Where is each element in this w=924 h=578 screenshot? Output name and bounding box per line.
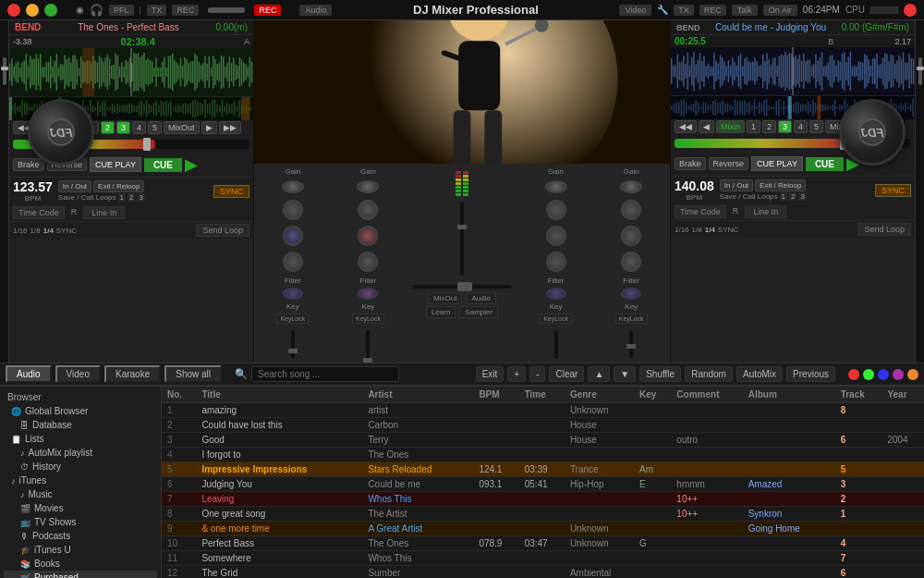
up-btn[interactable]: ▲ <box>588 366 610 382</box>
sidebar-item-6[interactable]: ♪Music <box>4 487 157 501</box>
table-row[interactable]: 9 & one more time A Great Artist Unknown… <box>162 522 924 536</box>
master-fader[interactable] <box>460 202 464 276</box>
frac-1-8-a[interactable]: 1/8 <box>30 227 41 235</box>
tab-show-all[interactable]: Show all <box>164 365 222 383</box>
add-btn[interactable]: + <box>507 366 526 382</box>
table-row[interactable]: 6 Judging You Could be me 093.1 05:41 Hi… <box>162 477 924 492</box>
sampler-btn[interactable]: Sampler <box>459 306 498 318</box>
num5-b[interactable]: 5 <box>809 120 823 133</box>
reverse-btn-b[interactable]: Reverse <box>709 157 749 170</box>
sync-btn-a[interactable]: SYNC <box>213 185 249 198</box>
loop2-b[interactable]: 2 <box>789 192 796 201</box>
hi-knob-b[interactable] <box>358 200 378 220</box>
automix-btn[interactable]: AutoMix <box>736 366 783 382</box>
frac-1-4-b[interactable]: 1/4 <box>705 226 715 234</box>
line-in-b[interactable]: Line In <box>745 205 786 218</box>
hi-knob-a[interactable] <box>283 200 303 220</box>
frac-1-4-a[interactable]: 1/4 <box>43 227 54 235</box>
table-row[interactable]: 10 Perfect Bass The Ones 078.9 03:47 Unk… <box>162 536 924 551</box>
maximize-btn[interactable] <box>44 4 57 17</box>
minimize-btn[interactable] <box>26 4 39 17</box>
sidebar-item-4[interactable]: ⏱History <box>4 460 157 473</box>
loop1-a[interactable]: 1 <box>118 193 126 202</box>
frac-sync-b[interactable]: SYNC <box>718 226 738 234</box>
keylock-b[interactable]: KeyLock <box>352 314 384 324</box>
cue-btn-b[interactable]: CUE <box>806 157 844 171</box>
vol-fader-d[interactable] <box>629 330 633 359</box>
learn-btn[interactable]: Learn <box>426 306 456 318</box>
num3-a[interactable]: 3 <box>116 121 130 134</box>
sidebar-item-0[interactable]: 🌐Global Browser <box>4 404 157 418</box>
sidebar-item-10[interactable]: 🎓iTunes U <box>4 543 157 557</box>
table-row[interactable]: 12 The Grid Sumber Ambiental 6 <box>162 566 924 579</box>
sidebar-item-1[interactable]: 🗄Database <box>4 418 157 432</box>
brake-btn-b[interactable]: Brake <box>675 157 706 170</box>
search-input[interactable] <box>251 366 399 382</box>
mid-knob-b[interactable] <box>358 226 378 246</box>
loop2-a[interactable]: 2 <box>128 193 135 202</box>
loop3-b[interactable]: 3 <box>798 192 806 201</box>
num5-a[interactable]: 5 <box>148 121 162 134</box>
lo-knob-a[interactable] <box>283 252 303 272</box>
table-row[interactable]: 5 Impressive Impressions Stars Reloaded … <box>162 462 924 477</box>
remove-btn[interactable]: - <box>529 366 545 382</box>
tab-video[interactable]: Video <box>55 365 101 383</box>
sidebar-item-12[interactable]: 🛒Purchased <box>4 571 157 578</box>
big-knob-b[interactable]: FDJ <box>839 99 906 166</box>
exit-reloop-a[interactable]: Exit / Reloop <box>93 180 144 192</box>
gain-knob-d[interactable] <box>620 180 642 193</box>
loop3-a[interactable]: 3 <box>137 193 144 202</box>
exit-btn[interactable]: Exit <box>476 366 505 382</box>
num2-b[interactable]: 2 <box>762 120 776 133</box>
back-btn-b[interactable]: ◀ <box>699 120 714 133</box>
frac-1-8-b[interactable]: 1/8 <box>692 226 702 234</box>
lo-knob-c[interactable] <box>546 252 566 272</box>
lo-knob-b[interactable] <box>358 252 378 272</box>
keylock-c[interactable]: KeyLock <box>540 314 572 324</box>
num1-b[interactable]: 1 <box>747 120 760 133</box>
line-in-a[interactable]: Line In <box>83 206 125 219</box>
gain-knob-b[interactable] <box>357 180 379 193</box>
sidebar-item-9[interactable]: 🎙Podcasts <box>4 529 157 543</box>
fwd-btn-a[interactable]: ▶ <box>201 121 217 134</box>
time-code-a[interactable]: Time Code <box>13 206 65 219</box>
sidebar-item-3[interactable]: ♪AutoMix playlist <box>4 446 157 460</box>
random-btn[interactable]: Random <box>685 366 733 382</box>
frac-sync-a[interactable]: SYNC <box>56 227 77 235</box>
sync-btn-b[interactable]: SYNC <box>875 184 911 197</box>
mixout-btn-a[interactable]: MixOut <box>164 121 200 134</box>
gain-knob-a[interactable] <box>282 180 304 193</box>
fwd2-btn-a[interactable]: ▶▶ <box>219 121 241 134</box>
play-btn-a[interactable]: ▶ <box>185 154 198 175</box>
rec-button[interactable]: REC <box>254 5 281 16</box>
sidebar-item-2[interactable]: 📋Lists <box>4 432 157 446</box>
table-row[interactable]: 8 One great song The Artist 10++ Synkron… <box>162 507 924 522</box>
gain-knob-c[interactable] <box>545 180 567 193</box>
filter-knob-d[interactable] <box>621 288 641 300</box>
table-row[interactable]: 2 Could have lost this Carbon House <box>162 418 924 433</box>
table-row[interactable]: 1 amazing artist Unknown 8 <box>162 403 924 418</box>
settings-label[interactable]: PFL <box>109 5 134 16</box>
vol-fader-c[interactable] <box>554 330 558 359</box>
sidebar-item-7[interactable]: 🎬Movies <box>4 501 157 515</box>
in-out-a[interactable]: In / Out <box>58 180 91 192</box>
trim-fader-a[interactable] <box>143 138 151 151</box>
time-code-b[interactable]: Time Code <box>675 205 726 218</box>
sidebar-item-8[interactable]: 📺TV Shows <box>4 515 157 529</box>
cue-play-btn-a[interactable]: CUE PLAY <box>90 157 141 172</box>
clear-btn[interactable]: Clear <box>549 366 584 382</box>
vol-fader-a[interactable] <box>291 330 295 359</box>
sidebar-item-11[interactable]: 📚Books <box>4 557 157 571</box>
send-loop-b[interactable]: Send Loop <box>857 223 911 236</box>
mid-knob-c[interactable] <box>546 226 566 246</box>
hi-knob-d[interactable] <box>621 200 641 220</box>
prev-btn-b[interactable]: ◀◀ <box>675 120 697 133</box>
sidebar-item-5[interactable]: ♪iTunes <box>4 473 157 487</box>
tab-audio[interactable]: Audio <box>6 365 52 383</box>
vol-fader-b[interactable] <box>366 330 370 359</box>
in-out-b[interactable]: In / Out <box>720 179 753 191</box>
cue-play-btn-b[interactable]: CUE PLAY <box>751 156 803 171</box>
cue-btn-a[interactable]: CUE <box>144 158 182 172</box>
frac-1-16-b[interactable]: 1/16 <box>675 226 689 234</box>
keylock-d[interactable]: KeyLock <box>615 314 648 324</box>
